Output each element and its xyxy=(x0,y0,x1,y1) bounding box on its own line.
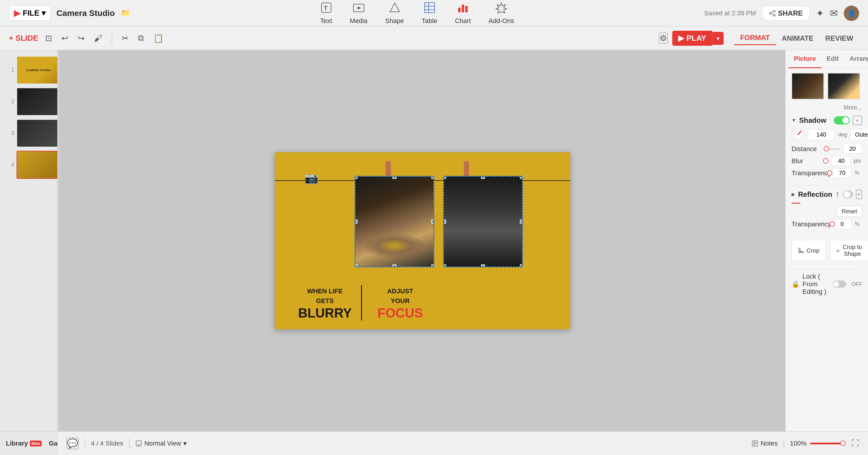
shadow-collapse-icon[interactable]: ▼ xyxy=(792,118,796,123)
scissors-button[interactable]: ✂ xyxy=(119,32,131,44)
handle-tl-1[interactable] xyxy=(354,176,358,179)
paintbrush-button[interactable]: 🖌 xyxy=(92,32,104,44)
blur-slider-track[interactable] xyxy=(824,160,829,162)
toolbar-separator xyxy=(112,32,112,44)
reflection-toggle[interactable] xyxy=(843,190,853,199)
svg-rect-21 xyxy=(136,441,142,445)
reflection-transparency-value-input[interactable] xyxy=(833,219,852,229)
shadow-transparency-value-input[interactable] xyxy=(833,168,852,178)
slide-canvas[interactable]: 📷 xyxy=(275,152,570,329)
fullscreen-button[interactable]: ⛶ xyxy=(851,439,859,448)
more-link[interactable]: More... xyxy=(792,104,862,111)
photo-cooking-image xyxy=(355,177,433,266)
shadow-transparency-slider-thumb[interactable] xyxy=(827,170,832,175)
share-button[interactable]: SHARE xyxy=(762,6,810,21)
settings-button[interactable]: ⚙ xyxy=(659,33,668,44)
distance-value-input[interactable] xyxy=(843,144,862,154)
table-tool[interactable]: Table xyxy=(422,2,437,25)
shadow-style-icon[interactable]: ▪ xyxy=(852,116,862,125)
handle-tr-1[interactable] xyxy=(431,176,434,179)
layout-button[interactable]: ⊡ xyxy=(43,32,54,44)
chat-button[interactable]: 💬 xyxy=(66,437,79,449)
folder-icon[interactable]: 📁 xyxy=(121,8,130,18)
handle-ml-1[interactable] xyxy=(354,220,358,224)
svg-point-19 xyxy=(798,134,799,135)
handle-mr-2[interactable] xyxy=(520,220,523,224)
user-avatar[interactable]: 👤 xyxy=(844,6,859,21)
reflection-style-icon[interactable]: ▪ xyxy=(856,190,862,199)
play-dropdown-button[interactable]: ▾ xyxy=(712,32,724,45)
svg-line-16 xyxy=(771,11,774,13)
distance-slider-thumb[interactable] xyxy=(824,146,829,151)
review-tab[interactable]: REVIEW xyxy=(819,31,859,45)
handle-bl-1[interactable] xyxy=(354,264,358,267)
slide-thumbnail-1[interactable]: CAMERA STUDIO xyxy=(17,56,58,84)
blur-value-input[interactable] xyxy=(832,156,851,166)
shadow-toggle[interactable] xyxy=(834,116,850,125)
slide-thumb-row-3: 3 xyxy=(2,119,55,147)
edit-tab[interactable]: Edit xyxy=(822,50,844,68)
shadow-angle-picker[interactable] xyxy=(792,128,805,141)
shadow-type-select[interactable]: Outer Inner xyxy=(850,129,868,140)
format-tab[interactable]: FORMAT xyxy=(734,31,776,45)
crop-to-shape-button[interactable]: Crop to Shape xyxy=(830,240,868,261)
handle-tc-2[interactable] xyxy=(481,176,485,179)
share-icon xyxy=(769,10,776,17)
photo-frame-1[interactable] xyxy=(354,176,434,267)
text-tool[interactable]: T Text xyxy=(320,2,332,25)
reflection-transparency-slider-thumb[interactable] xyxy=(830,221,835,227)
handle-tc-1[interactable] xyxy=(392,176,397,179)
preview-thumb-1[interactable] xyxy=(792,73,824,99)
lock-toggle[interactable] xyxy=(833,281,846,288)
add-slide-label: + SLIDE xyxy=(9,34,38,43)
shape-tool[interactable]: Shape xyxy=(385,2,404,25)
handle-tl-2[interactable] xyxy=(443,176,446,179)
paste-button[interactable]: 📋 xyxy=(151,32,166,44)
canvas-area: 📷 xyxy=(59,50,785,431)
library-button[interactable]: Library New xyxy=(6,440,42,447)
zoom-slider-thumb[interactable] xyxy=(840,441,845,446)
camera-icon: 📷 xyxy=(304,171,318,185)
zoom-slider[interactable] xyxy=(810,443,845,444)
reset-button[interactable]: Reset xyxy=(837,206,862,217)
handle-ml-2[interactable] xyxy=(443,220,446,224)
photo-frame-2[interactable] xyxy=(443,176,523,267)
crop-icon xyxy=(798,247,804,254)
slide-thumbnail-2[interactable] xyxy=(17,88,58,116)
slide-thumbnail-3[interactable] xyxy=(17,119,58,147)
shadow-toggle-knob xyxy=(842,117,849,124)
arrange-tab[interactable]: Arrange xyxy=(844,50,868,68)
handle-br-2[interactable] xyxy=(520,264,523,267)
handle-bl-2[interactable] xyxy=(443,264,446,267)
redo-button[interactable]: ↪ xyxy=(75,32,87,44)
reflection-collapse-icon[interactable]: ▶ xyxy=(792,192,795,197)
undo-button[interactable]: ↩ xyxy=(59,32,70,44)
blur-slider-thumb[interactable] xyxy=(823,158,829,163)
media-tool[interactable]: Media xyxy=(350,2,368,25)
view-chevron-icon: ▾ xyxy=(183,440,187,447)
copy-button[interactable]: ⧉ xyxy=(135,32,146,44)
slide-thumbnail-4[interactable] xyxy=(17,151,58,179)
handle-mr-1[interactable] xyxy=(431,220,434,224)
notifications-button[interactable]: ✉ xyxy=(830,8,838,19)
handle-tr-2[interactable] xyxy=(520,176,523,179)
shadow-angle-input[interactable] xyxy=(808,129,835,140)
distance-slider-track[interactable] xyxy=(824,148,840,150)
picture-tab[interactable]: Picture xyxy=(788,50,822,68)
chart-tool[interactable]: Chart xyxy=(455,2,471,25)
ai-button[interactable]: ✦ xyxy=(816,8,824,19)
addons-tool[interactable]: Add-Ons xyxy=(489,2,514,25)
view-button[interactable]: Normal View ▾ xyxy=(135,440,187,447)
file-menu-button[interactable]: ▶ FILE ▾ xyxy=(9,6,51,21)
handle-bc-1[interactable] xyxy=(392,264,397,267)
play-button[interactable]: ▶ PLAY xyxy=(672,31,712,46)
handle-br-1[interactable] xyxy=(431,264,434,267)
preview-thumb-2[interactable] xyxy=(828,73,860,99)
add-slide-button[interactable]: + SLIDE xyxy=(9,34,38,43)
saved-status: Saved at 2:39 PM xyxy=(704,9,756,17)
bottom-divider-1 xyxy=(85,438,85,449)
crop-button[interactable]: Crop xyxy=(792,240,826,261)
handle-bc-2[interactable] xyxy=(481,264,485,267)
notes-button[interactable]: Notes xyxy=(752,440,777,447)
animate-tab[interactable]: ANIMATE xyxy=(776,31,819,45)
